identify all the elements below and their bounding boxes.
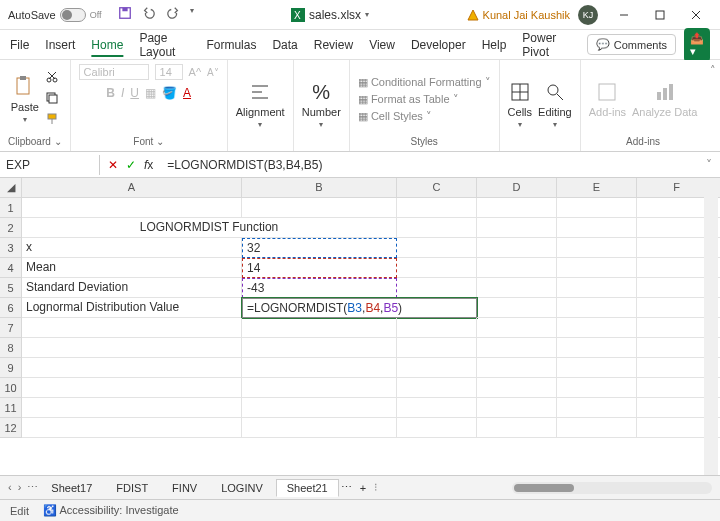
- format-as-table-button[interactable]: ▦ Format as Table ˅: [358, 93, 491, 106]
- fill-color-button[interactable]: 🪣: [162, 86, 177, 100]
- conditional-formatting-button[interactable]: ▦ Conditional Formatting ˅: [358, 76, 491, 89]
- alignment-icon: [248, 80, 272, 104]
- cell-B5[interactable]: -43: [242, 278, 397, 298]
- accessibility-status[interactable]: ♿ Accessibility: Investigate: [43, 504, 179, 517]
- row-9[interactable]: 9: [0, 358, 22, 378]
- decrease-font-icon[interactable]: A˅: [207, 67, 219, 78]
- italic-button[interactable]: I: [121, 86, 124, 100]
- styles-group-label: Styles: [411, 134, 438, 147]
- row-2[interactable]: 2: [0, 218, 22, 238]
- addins-button[interactable]: Add-ins: [589, 80, 626, 118]
- sheet-tab-5[interactable]: Sheet21: [276, 479, 339, 497]
- select-all[interactable]: ◢: [0, 178, 22, 198]
- avatar[interactable]: KJ: [578, 5, 598, 25]
- tab-developer[interactable]: Developer: [411, 38, 466, 52]
- cell-B4[interactable]: 14: [242, 258, 397, 278]
- redo-icon[interactable]: [166, 6, 180, 23]
- cell-styles-button[interactable]: ▦ Cell Styles ˅: [358, 110, 491, 123]
- row-5[interactable]: 5: [0, 278, 22, 298]
- cells-button[interactable]: Cells▾: [508, 80, 532, 129]
- autosave-toggle[interactable]: [60, 8, 86, 22]
- svg-point-24: [548, 85, 558, 95]
- border-button[interactable]: ▦: [145, 86, 156, 100]
- sheet-tab-3[interactable]: FINV: [161, 479, 208, 497]
- col-C[interactable]: C: [397, 178, 477, 198]
- tab-file[interactable]: File: [10, 38, 29, 52]
- doc-dropdown-icon[interactable]: ▾: [365, 10, 369, 19]
- analyze-data-button[interactable]: Analyze Data: [632, 80, 697, 118]
- tab-formulas[interactable]: Formulas: [206, 38, 256, 52]
- collapse-ribbon-icon[interactable]: ˄: [710, 64, 716, 77]
- cancel-formula-icon[interactable]: ✕: [108, 158, 118, 172]
- col-E[interactable]: E: [557, 178, 637, 198]
- enter-formula-icon[interactable]: ✓: [126, 158, 136, 172]
- row-6[interactable]: 6: [0, 298, 22, 318]
- cell-heading[interactable]: LOGNORMDIST Function: [22, 218, 397, 238]
- row-11[interactable]: 11: [0, 398, 22, 418]
- undo-icon[interactable]: [142, 6, 156, 23]
- font-size-input[interactable]: 14: [155, 64, 183, 80]
- fx-icon[interactable]: fx: [144, 158, 153, 172]
- sheet-more-icon[interactable]: ⋯: [341, 481, 352, 494]
- excel-icon: X: [291, 8, 305, 22]
- paste-button[interactable]: Paste ▾: [11, 75, 39, 124]
- tab-view[interactable]: View: [369, 38, 395, 52]
- cell-A1[interactable]: [22, 198, 242, 218]
- increase-font-icon[interactable]: A^: [189, 66, 202, 78]
- cut-icon[interactable]: [45, 70, 59, 87]
- horizontal-scrollbar[interactable]: [512, 482, 712, 494]
- tab-home[interactable]: Home: [91, 38, 123, 52]
- sheet-tab-2[interactable]: FDIST: [105, 479, 159, 497]
- cell-A3[interactable]: x: [22, 238, 242, 258]
- alignment-button[interactable]: Alignment▾: [236, 80, 285, 129]
- expand-formula-icon[interactable]: ˅: [698, 158, 720, 172]
- name-box[interactable]: EXP: [0, 155, 100, 175]
- cell-A6[interactable]: Lognormal Distribution Value: [22, 298, 242, 318]
- cell-B6[interactable]: =LOGNORMDIST(B3,B4,B5): [242, 298, 477, 318]
- col-D[interactable]: D: [477, 178, 557, 198]
- sheet-nav-more[interactable]: ⋯: [27, 481, 38, 494]
- tab-power-pivot[interactable]: Power Pivot: [522, 31, 570, 59]
- close-button[interactable]: [678, 0, 714, 30]
- font-name-input[interactable]: Calibri: [79, 64, 149, 80]
- sheet-tab-4[interactable]: LOGINV: [210, 479, 274, 497]
- col-A[interactable]: A: [22, 178, 242, 198]
- maximize-button[interactable]: [642, 0, 678, 30]
- underline-button[interactable]: U: [130, 86, 139, 100]
- row-8[interactable]: 8: [0, 338, 22, 358]
- svg-rect-1: [122, 8, 127, 12]
- col-B[interactable]: B: [242, 178, 397, 198]
- editing-button[interactable]: Editing▾: [538, 80, 572, 129]
- cell-B1[interactable]: [242, 198, 397, 218]
- vertical-scrollbar[interactable]: [704, 178, 718, 475]
- cell-B3[interactable]: 32: [242, 238, 397, 258]
- row-1[interactable]: 1: [0, 198, 22, 218]
- copy-icon[interactable]: [45, 91, 59, 108]
- minimize-button[interactable]: [606, 0, 642, 30]
- sheet-nav-next[interactable]: ›: [18, 481, 22, 494]
- row-12[interactable]: 12: [0, 418, 22, 438]
- font-color-button[interactable]: A: [183, 86, 191, 100]
- tab-review[interactable]: Review: [314, 38, 353, 52]
- row-4[interactable]: 4: [0, 258, 22, 278]
- sheet-tab-1[interactable]: Sheet17: [40, 479, 103, 497]
- svg-text:X: X: [294, 10, 301, 21]
- cell-A4[interactable]: Mean: [22, 258, 242, 278]
- row-10[interactable]: 10: [0, 378, 22, 398]
- tab-page-layout[interactable]: Page Layout: [139, 31, 190, 59]
- tab-help[interactable]: Help: [482, 38, 507, 52]
- tab-data[interactable]: Data: [272, 38, 297, 52]
- number-button[interactable]: %Number▾: [302, 80, 341, 129]
- tab-insert[interactable]: Insert: [45, 38, 75, 52]
- bold-button[interactable]: B: [106, 86, 115, 100]
- comments-button[interactable]: 💬 Comments: [587, 34, 676, 55]
- format-painter-icon[interactable]: [45, 112, 59, 129]
- row-3[interactable]: 3: [0, 238, 22, 258]
- save-icon[interactable]: [118, 6, 132, 23]
- share-button[interactable]: 📤▾: [684, 28, 710, 62]
- cell-A5[interactable]: Standard Deviation: [22, 278, 242, 298]
- formula-bar[interactable]: =LOGNORMDIST(B3,B4,B5): [161, 155, 698, 175]
- sheet-nav-prev[interactable]: ‹: [8, 481, 12, 494]
- row-7[interactable]: 7: [0, 318, 22, 338]
- new-sheet-button[interactable]: +: [354, 482, 372, 494]
